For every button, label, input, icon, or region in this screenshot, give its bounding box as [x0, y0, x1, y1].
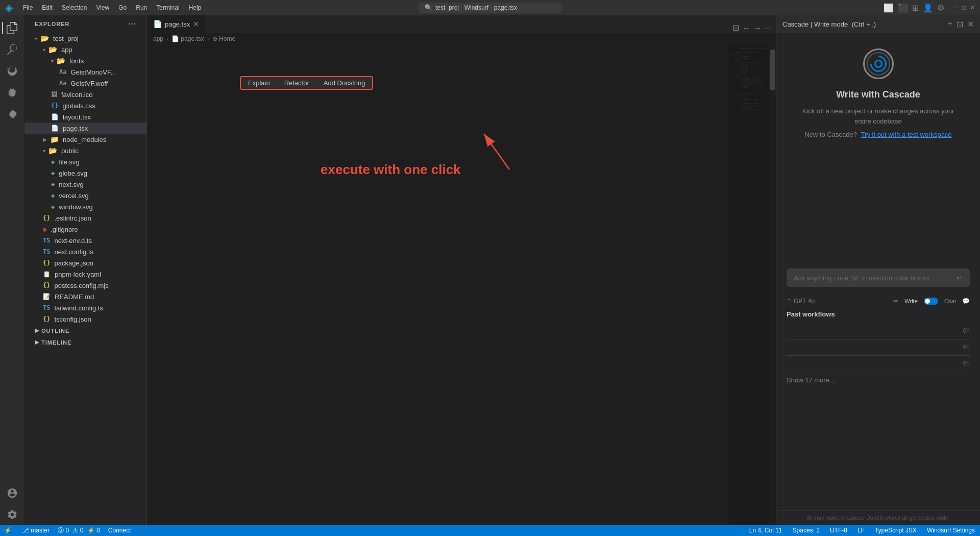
menu-view[interactable]: View — [92, 3, 113, 12]
tree-item-next-config-ts[interactable]: TSnext.config.ts — [24, 246, 146, 257]
mode-toggle-switch[interactable] — [924, 298, 938, 305]
cascade-popout-button[interactable]: ⊡ — [957, 19, 963, 29]
activity-debug[interactable] — [2, 82, 22, 103]
tree-item-layout-tsx[interactable]: 📄layout.tsx — [24, 111, 146, 123]
activity-search[interactable] — [2, 39, 22, 60]
tree-item-app[interactable]: ▾📂app — [24, 44, 146, 55]
search-box[interactable]: 🔍 test_proj - Windsurf - page.tsx — [419, 3, 561, 13]
cascade-try-link[interactable]: Try it out with a test workspace — [861, 131, 952, 138]
tree-item-vercel-svg[interactable]: ◈vercel.svg — [24, 190, 146, 201]
cascade-input-area[interactable]: Ask anything - use '@' to mention code b… — [787, 269, 970, 287]
menu-run[interactable]: Run — [132, 3, 151, 12]
window-maximize[interactable]: □ — [962, 4, 966, 11]
file-icon: ◈ — [51, 158, 55, 165]
code-content[interactable] — [173, 44, 728, 525]
cascade-input-placeholder[interactable]: Ask anything - use '@' to mention code b… — [794, 274, 957, 282]
tree-item-file-svg[interactable]: ◈file.svg — [24, 156, 146, 167]
tab-page-tsx[interactable]: 📄 page.tsx ✕ — [147, 15, 206, 33]
layout-icon-2[interactable]: ⬛ — [898, 3, 908, 13]
explain-button[interactable]: Explain — [241, 77, 277, 89]
error-count[interactable]: ⓪ 0 ⚠ 0 ⚡ 0 — [56, 526, 102, 535]
tree-item-globals-css[interactable]: {}globals.css — [24, 100, 146, 111]
tree-item-test-proj[interactable]: ▾📂test_proj — [24, 33, 146, 44]
more-actions-icon[interactable]: ··· — [765, 24, 771, 32]
tree-item-name: tailwind.config.ts — [54, 304, 103, 312]
activity-accounts[interactable] — [2, 483, 22, 503]
enter-icon: ↵ — [957, 274, 963, 282]
menu-help[interactable]: Help — [185, 3, 206, 12]
write-mode-button[interactable]: Write — [900, 297, 921, 305]
menu-selection[interactable]: Selection — [58, 3, 91, 12]
sidebar-menu-button[interactable]: ··· — [128, 19, 136, 29]
tree-item-public[interactable]: ▾📂public — [24, 145, 146, 156]
connect-button[interactable]: Connect — [106, 527, 133, 534]
cascade-panel: Cascade | Write mode (Ctrl + .) + ⊡ ✕ Wr… — [776, 15, 980, 525]
file-icon: TS — [43, 248, 50, 255]
activity-settings[interactable] — [2, 504, 22, 525]
tree-item-geistvf-woff[interactable]: AaGeistVF.woff — [24, 78, 146, 89]
menu-file[interactable]: File — [19, 3, 37, 12]
breadcrumb-file[interactable]: 📄 page.tsx — [172, 35, 204, 42]
cascade-add-button[interactable]: + — [948, 19, 952, 29]
tree-item-package-json[interactable]: {}package.json — [24, 257, 146, 269]
breadcrumb-app[interactable]: app — [153, 35, 163, 42]
account-icon[interactable]: 👤 — [923, 3, 933, 13]
tree-item-favicon-ico[interactable]: 🖼favicon.ico — [24, 89, 146, 100]
workflow-item-1: 6h — [787, 323, 970, 339]
breadcrumb-home[interactable]: ⊕ Home — [212, 35, 235, 42]
tree-item-tailwind-config-ts[interactable]: TStailwind.config.ts — [24, 302, 146, 313]
line-ending[interactable]: LF — [855, 527, 867, 534]
tree-item--gitignore[interactable]: ◉.gitignore — [24, 224, 146, 235]
tree-item-globe-svg[interactable]: ◈globe.svg — [24, 167, 146, 179]
workflow-desc-2 — [787, 344, 789, 351]
nav-back-icon[interactable]: ← — [742, 23, 750, 33]
tree-item-tsconfig-json[interactable]: {}tsconfig.json — [24, 313, 146, 325]
model-selector[interactable]: ⌃ GPT 4o — [787, 298, 815, 305]
layout-icon-1[interactable]: ⬜ — [884, 3, 894, 13]
menu-terminal[interactable]: Terminal — [152, 3, 183, 12]
tree-item-pnpm-lock-yaml[interactable]: 📋pnpm-lock.yaml — [24, 269, 146, 280]
menu-go[interactable]: Go — [114, 3, 131, 12]
tree-item-next-svg[interactable]: ◈next.svg — [24, 179, 146, 190]
tab-close-button[interactable]: ✕ — [193, 20, 199, 28]
indentation[interactable]: Spaces: 2 — [791, 527, 822, 534]
windsurf-settings[interactable]: Windsurf Settings — [925, 527, 980, 534]
tree-item-geistmonovf---[interactable]: AaGeistMonoVF... — [24, 66, 146, 78]
cascade-shortcut: (Ctrl + .) — [852, 20, 876, 28]
tree-item-node-modules[interactable]: ▶📁node_modules — [24, 134, 146, 145]
nav-forward-icon[interactable]: → — [753, 23, 762, 33]
code-editor[interactable]: import Image from 'next/image'; export d… — [147, 44, 776, 525]
remote-connection[interactable]: ⚡ — [0, 525, 16, 536]
tree-item-page-tsx[interactable]: 📄page.tsx — [24, 123, 146, 134]
window-close[interactable]: ✕ — [970, 4, 975, 11]
window-minimize[interactable]: ─ — [953, 4, 958, 11]
chat-mode-button[interactable]: Chat — [940, 297, 960, 305]
git-branch[interactable]: ⎇ master — [20, 527, 52, 534]
refactor-button[interactable]: Refactor — [277, 77, 316, 89]
activity-extensions[interactable] — [2, 104, 22, 124]
timeline-section[interactable]: ▶ Timeline — [24, 336, 146, 348]
tree-item-fonts[interactable]: ▾📂fonts — [24, 55, 146, 66]
show-more-button[interactable]: Show 17 more... — [787, 372, 970, 388]
tree-item-window-svg[interactable]: ◈window.svg — [24, 201, 146, 212]
workflow-item-2: 6h — [787, 339, 970, 356]
cursor-position[interactable]: Ln 4, Col 11 — [747, 527, 785, 534]
language-mode[interactable]: TypeScript JSX — [873, 527, 919, 534]
split-editor-icon[interactable]: ⊟ — [732, 23, 739, 33]
outline-section[interactable]: ▶ Outline — [24, 325, 146, 336]
layout-icon-3[interactable]: ⊞ — [912, 3, 919, 13]
settings-icon[interactable]: ⚙ — [937, 3, 944, 13]
activity-explorer[interactable] — [2, 18, 22, 38]
tree-item-next-env-d-ts[interactable]: TSnext-env.d.ts — [24, 235, 146, 246]
tree-item--eslintrc-json[interactable]: {}.eslintrc.json — [24, 212, 146, 224]
add-docstring-button[interactable]: Add Docstring — [316, 77, 373, 89]
encoding[interactable]: UTF-8 — [828, 527, 849, 534]
scroll-thumb[interactable] — [770, 50, 775, 90]
tree-item-postcss-config-mjs[interactable]: {}postcss.config.mjs — [24, 280, 146, 291]
activity-source-control[interactable] — [2, 61, 22, 81]
cascade-close-button[interactable]: ✕ — [967, 19, 974, 29]
editor-scrollbar[interactable] — [769, 44, 776, 525]
menu-edit[interactable]: Edit — [38, 3, 57, 12]
tree-item-name: app — [61, 46, 72, 54]
tree-item-readme-md[interactable]: 📝README.md — [24, 291, 146, 302]
